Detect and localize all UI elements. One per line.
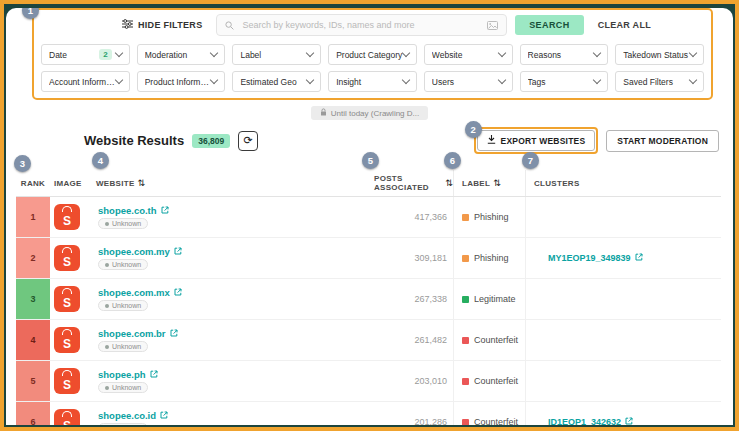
external-link-icon: [160, 410, 168, 421]
filter-dropdown[interactable]: Insight: [328, 71, 417, 92]
filter-dropdown[interactable]: Product Category: [328, 44, 417, 65]
image-cell: S: [50, 368, 96, 394]
status-dot-icon: [105, 345, 109, 349]
clear-all-button[interactable]: CLEAR ALL: [592, 19, 657, 31]
filter-row-1: Date 2 Moderation Label Product Category…: [38, 44, 707, 65]
table-body: 1 S shopee.co.th Unknown 417,366 Phishin…: [16, 197, 721, 425]
rank-cell: 1: [16, 197, 50, 237]
filter-dropdown[interactable]: Saved Filters: [615, 71, 704, 92]
sort-icon[interactable]: ⇅: [138, 178, 146, 188]
annotation-marker-6: 6: [444, 152, 461, 169]
filter-dropdown-label: Insight: [336, 77, 403, 87]
filter-dropdown[interactable]: Date 2: [41, 44, 130, 65]
website-link[interactable]: shopee.ph: [98, 369, 158, 380]
status-chip: Unknown: [98, 218, 148, 229]
export-websites-label: EXPORT WEBSITES: [501, 136, 586, 146]
image-cell: S: [50, 286, 96, 312]
sort-icon[interactable]: ⇅: [445, 178, 453, 188]
label-color-square: [462, 214, 469, 221]
filter-dropdown-label: Date: [49, 50, 97, 60]
filter-dropdown[interactable]: Account Information: [41, 71, 130, 92]
filter-dropdown[interactable]: Moderation: [137, 44, 226, 65]
external-link-icon: [161, 205, 169, 216]
cluster-name: ID1EOP1_342632: [548, 417, 621, 425]
filter-dropdown[interactable]: Website: [424, 44, 513, 65]
header-website[interactable]: WEBSITE ⇅: [96, 170, 368, 196]
app-window: 1 HIDE FILTERS SEARCH: [0, 0, 739, 431]
rank-value: 5: [30, 376, 35, 386]
annotation-marker-7: 7: [522, 152, 539, 169]
export-websites-button[interactable]: EXPORT WEBSITES: [477, 130, 596, 151]
start-moderation-button[interactable]: START MODERATION: [606, 130, 719, 152]
website-name: shopee.co.id: [98, 410, 156, 421]
cluster-cell: [525, 320, 721, 360]
cluster-link[interactable]: MY1EOP19_349839: [548, 253, 643, 263]
rank-value: 1: [30, 212, 35, 222]
filter-dropdown[interactable]: Tags: [520, 71, 609, 92]
status-dot-icon: [105, 304, 109, 308]
label-color-square: [462, 378, 469, 385]
search-input[interactable]: [240, 19, 481, 31]
label-text: Counterfeit: [474, 335, 518, 345]
filter-dropdown[interactable]: Label: [232, 44, 321, 65]
website-link[interactable]: shopee.com.br: [98, 328, 178, 339]
website-cell: shopee.co.th Unknown: [96, 205, 368, 229]
rank-cell: 2: [16, 238, 50, 278]
image-search-icon[interactable]: [487, 16, 498, 34]
filter-dropdown-label: Users: [432, 77, 499, 87]
chevron-down-icon: [593, 76, 601, 84]
hide-filters-button[interactable]: HIDE FILTERS: [116, 18, 208, 32]
chevron-down-icon: [689, 76, 697, 84]
posts-count: 203,010: [368, 376, 453, 386]
table-row[interactable]: 1 S shopee.co.th Unknown 417,366 Phishin…: [16, 197, 721, 238]
posts-count: 261,482: [368, 335, 453, 345]
filter-dropdown[interactable]: Users: [424, 71, 513, 92]
chevron-down-icon: [497, 76, 505, 84]
table-row[interactable]: 3 S shopee.com.mx Unknown 267,338 Legiti…: [16, 279, 721, 320]
filter-dropdown-label: Product Information: [145, 77, 212, 87]
table-row[interactable]: 6 S shopee.co.id Unknown 201,286 Counter…: [16, 402, 721, 425]
rank-value: 4: [30, 335, 35, 345]
cluster-cell: [525, 361, 721, 401]
external-link-icon: [150, 369, 158, 380]
posts-count: 201,286: [368, 417, 453, 425]
external-link-icon: [170, 328, 178, 339]
filter-dropdown[interactable]: Estimated Geo: [232, 71, 321, 92]
cluster-link[interactable]: ID1EOP1_342632: [548, 417, 633, 425]
status-dot-icon: [105, 263, 109, 267]
table-row[interactable]: 5 S shopee.ph Unknown 203,010 Counterfei…: [16, 361, 721, 402]
status-label: Unknown: [112, 302, 141, 309]
status-label: Unknown: [112, 384, 141, 391]
label-color-square: [462, 255, 469, 262]
website-link[interactable]: shopee.com.my: [98, 246, 182, 257]
status-dot-icon: [105, 386, 109, 390]
website-cell: shopee.ph Unknown: [96, 369, 368, 393]
chevron-down-icon: [306, 76, 314, 84]
lock-icon: [320, 108, 327, 118]
search-button[interactable]: SEARCH: [515, 15, 583, 35]
date-range-chip[interactable]: Until today (Crawling D...: [311, 106, 428, 120]
status-chip: Unknown: [98, 259, 148, 270]
filter-dropdown[interactable]: Product Information: [137, 71, 226, 92]
table-row[interactable]: 2 S shopee.com.my Unknown 309,181 Phishi…: [16, 238, 721, 279]
annotation-box-export: 2 EXPORT WEBSITES: [474, 127, 599, 154]
label-cell: Phishing: [453, 197, 525, 237]
website-link[interactable]: shopee.com.mx: [98, 287, 182, 298]
status-chip: Unknown: [98, 382, 148, 393]
filter-dropdown-label: Product Category: [336, 50, 403, 60]
sort-icon[interactable]: ⇅: [493, 178, 501, 188]
website-link[interactable]: shopee.co.th: [98, 205, 169, 216]
annotation-marker-5: 5: [362, 152, 379, 169]
label-cell: Counterfeit: [453, 320, 525, 360]
header-label[interactable]: LABEL ⇅: [453, 170, 525, 196]
header-posts-associated[interactable]: POSTS ASSOCIATED ⇅: [368, 170, 453, 196]
cluster-cell: MY1EOP19_349839: [525, 238, 721, 278]
table-row[interactable]: 4 S shopee.com.br Unknown 261,482 Counte…: [16, 320, 721, 361]
filter-dropdown[interactable]: Takedown Status: [615, 44, 704, 65]
chevron-down-icon: [114, 49, 122, 57]
header-clusters: CLUSTERS: [525, 170, 721, 196]
website-link[interactable]: shopee.co.id: [98, 410, 168, 421]
refresh-icon[interactable]: ⟳: [238, 131, 258, 151]
filter-dropdown[interactable]: Reasons: [520, 44, 609, 65]
filter-dropdown-label: Takedown Status: [623, 50, 690, 60]
